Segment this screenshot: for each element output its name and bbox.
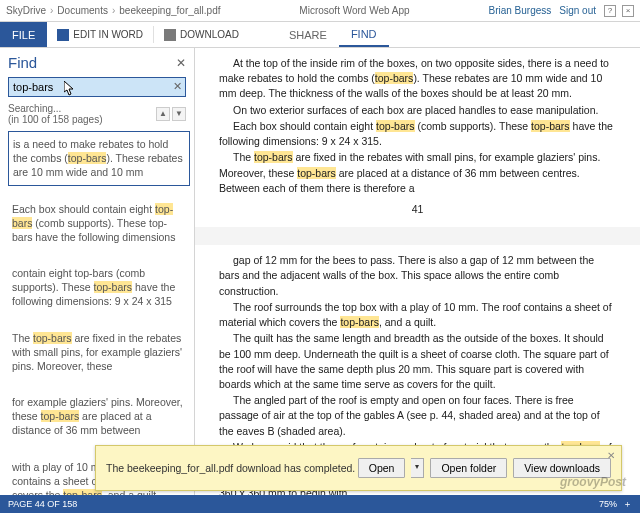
find-title: Find: [8, 54, 37, 71]
find-pane: Find ✕ ✕ Searching...(in 100 of 158 page…: [0, 48, 195, 495]
search-count: (in 100 of 158 pages): [8, 114, 103, 125]
breadcrumb[interactable]: SkyDrive›Documents›beekeeping_for_all.pd…: [6, 5, 220, 16]
find-tab[interactable]: FIND: [339, 22, 389, 47]
user-name[interactable]: Brian Burgess: [488, 5, 551, 16]
prev-result-button[interactable]: ▲: [156, 107, 170, 121]
page-indicator[interactable]: PAGE 44 OF 158: [8, 499, 77, 509]
next-result-button[interactable]: ▼: [172, 107, 186, 121]
download-notification: The beekeeping_for_all.pdf download has …: [95, 445, 622, 491]
open-button[interactable]: Open: [358, 458, 406, 478]
ribbon: FILE EDIT IN WORD DOWNLOAD SHARE FIND: [0, 22, 640, 48]
share-tab[interactable]: SHARE: [277, 22, 339, 47]
breadcrumb-root[interactable]: SkyDrive: [6, 5, 46, 16]
download-icon: [164, 29, 176, 41]
open-dropdown[interactable]: ▾: [411, 458, 424, 478]
app-title: Microsoft Word Web App: [220, 5, 488, 16]
close-notification-icon[interactable]: ✕: [607, 450, 615, 461]
search-result[interactable]: Each box should contain eight top-bars (…: [8, 196, 190, 251]
edit-in-word-button[interactable]: EDIT IN WORD: [47, 22, 153, 47]
search-input[interactable]: [8, 77, 186, 97]
breadcrumb-folder[interactable]: Documents: [57, 5, 108, 16]
breadcrumb-file[interactable]: beekeeping_for_all.pdf: [119, 5, 220, 16]
zoom-in-icon[interactable]: ＋: [623, 498, 632, 511]
clear-search-icon[interactable]: ✕: [173, 80, 182, 93]
sign-out-link[interactable]: Sign out: [559, 5, 596, 16]
page-number: 41: [219, 202, 616, 217]
download-message: The beekeeping_for_all.pdf download has …: [106, 462, 358, 474]
file-tab[interactable]: FILE: [0, 22, 47, 47]
page-41: At the top of the inside rim of the boxe…: [195, 48, 640, 227]
help-icon[interactable]: ?: [604, 5, 616, 17]
close-icon[interactable]: ×: [622, 5, 634, 17]
document-view[interactable]: At the top of the inside rim of the boxe…: [195, 48, 640, 495]
search-result[interactable]: for example glaziers' pins. Moreover, th…: [8, 389, 190, 444]
search-result[interactable]: The top-bars are fixed in the rebates wi…: [8, 325, 190, 380]
download-button[interactable]: DOWNLOAD: [154, 22, 249, 47]
search-result[interactable]: contain eight top-bars (comb supports). …: [8, 260, 190, 315]
search-status: Searching...: [8, 103, 61, 114]
results-list: is a need to make rebates to hold the co…: [0, 131, 194, 495]
title-bar: SkyDrive›Documents›beekeeping_for_all.pd…: [0, 0, 640, 22]
search-result[interactable]: is a need to make rebates to hold the co…: [8, 131, 190, 186]
status-bar: PAGE 44 OF 158 75% ＋: [0, 495, 640, 513]
highlight: top-bars: [375, 72, 414, 84]
word-icon: [57, 29, 69, 41]
open-folder-button[interactable]: Open folder: [430, 458, 507, 478]
close-find-icon[interactable]: ✕: [176, 56, 186, 70]
view-downloads-button[interactable]: View downloads: [513, 458, 611, 478]
zoom-level[interactable]: 75%: [599, 499, 617, 509]
